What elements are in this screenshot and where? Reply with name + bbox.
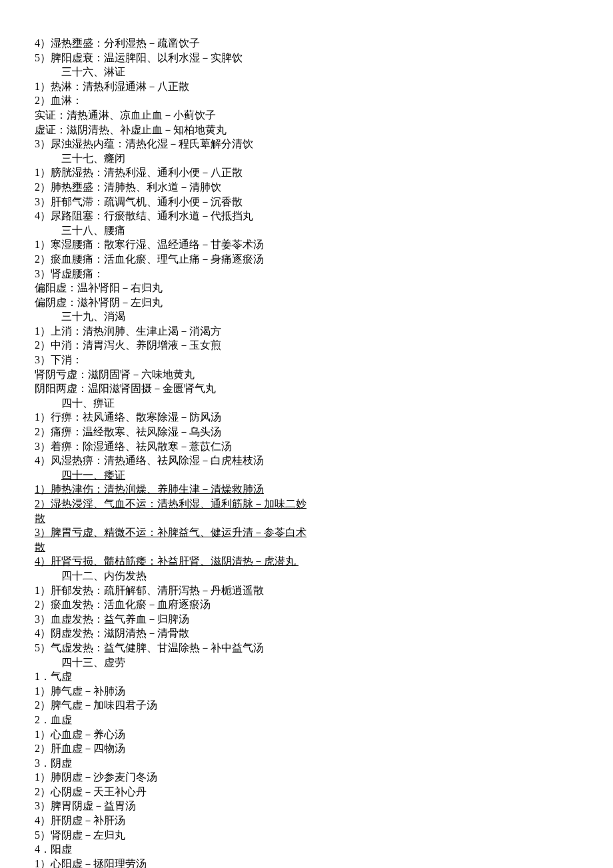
text-line: 三十九、消渴 [35, 309, 573, 324]
text-line: 1）膀胱湿热：清热利湿、通利小便－八正散 [35, 165, 573, 180]
text-line: 4）肝肾亏损、髓枯筋痿：补益肝肾、滋阴清热－虎潜丸 [35, 554, 573, 569]
text-line: 1）肺气虚－补肺汤 [35, 684, 573, 699]
text-line: 4）湿热壅盛：分利湿热－疏凿饮子 [35, 36, 573, 51]
text-line: 5）脾阳虚衰：温运脾阳、以利水湿－实脾饮 [35, 51, 573, 65]
document-page: 4）湿热壅盛：分利湿热－疏凿饮子5）脾阳虚衰：温运脾阳、以利水湿－实脾饮三十六、… [0, 0, 613, 868]
text-line: 1）心血虚－养心汤 [35, 727, 573, 742]
text-line: 3）血虚发热：益气养血－归脾汤 [35, 612, 573, 627]
text-line: 三十八、腰痛 [35, 223, 573, 238]
text-line: 散 [35, 511, 573, 526]
text-line: 3）下消： [35, 353, 573, 367]
text-line: 1）寒湿腰痛：散寒行湿、温经通络－甘姜苓术汤 [35, 237, 573, 252]
text-line: 四十一、痿证 [35, 468, 573, 483]
text-line: 四十、痹证 [35, 396, 573, 411]
text-line: 2）痛痹：温经散寒、祛风除湿－乌头汤 [35, 425, 573, 439]
text-line: 3）脾胃阴虚－益胃汤 [35, 799, 573, 813]
text-line: 1）肺阴虚－沙参麦门冬汤 [35, 770, 573, 785]
text-line: 偏阳虚：温补肾阳－右归丸 [35, 281, 573, 295]
text-line: 偏阴虚：滋补肾阴－左归丸 [35, 295, 573, 310]
text-line: 1．气虚 [35, 669, 573, 684]
text-line: 2）瘀血腰痛：活血化瘀、理气止痛－身痛逐瘀汤 [35, 252, 573, 267]
text-line: 1）肺热津伤：清热润燥、养肺生津－清燥救肺汤 [35, 482, 573, 497]
text-line: 4）肝阴虚－补肝汤 [35, 813, 573, 828]
text-line: 三十七、癃闭 [35, 151, 573, 166]
text-line: 4）尿路阻塞：行瘀散结、通利水道－代抵挡丸 [35, 209, 573, 223]
text-line: 2）中消：清胃泻火、养阴增液－玉女煎 [35, 338, 573, 353]
text-line: 散 [35, 540, 573, 555]
text-line: 4）阴虚发热：滋阴清热－清骨散 [35, 626, 573, 641]
text-line: 3．阴虚 [35, 756, 573, 771]
text-line: 1）心阳虚－拯阳理劳汤 [35, 857, 573, 868]
text-line: 阴阳两虚：温阳滋肾固摄－金匮肾气丸 [35, 381, 573, 396]
text-line: 2）心阴虚－天王补心丹 [35, 785, 573, 799]
text-line: 5）肾阴虚－左归丸 [35, 828, 573, 843]
text-line: 2）脾气虚－加味四君子汤 [35, 698, 573, 713]
text-line: 4）风湿热痹：清热通络、祛风除湿－白虎桂枝汤 [35, 453, 573, 468]
text-line: 2）血淋： [35, 93, 573, 108]
text-line: 1）热淋：清热利湿通淋－八正散 [35, 79, 573, 94]
text-line: 2）湿热浸淫、气血不运：清热利湿、通利筋脉－加味二妙 [35, 497, 573, 511]
text-line: 实证：清热通淋、凉血止血－小蓟饮子 [35, 108, 573, 123]
text-line: 3）着痹：除湿通络、祛风散寒－薏苡仁汤 [35, 439, 573, 454]
text-line: 三十六、淋证 [35, 65, 573, 79]
text-line: 虚证：滋阴清热、补虚止血－知柏地黄丸 [35, 123, 573, 137]
text-line: 2）肺热壅盛：清肺热、利水道－清肺饮 [35, 180, 573, 195]
text-line: 3）脾胃亏虚、精微不运：补脾益气、健运升清－参苓白术 [35, 525, 573, 540]
text-line: 4．阳虚 [35, 842, 573, 857]
text-line: 肾阴亏虚：滋阴固肾－六味地黄丸 [35, 367, 573, 382]
text-line: 3）尿浊湿热内蕴：清热化湿－程氏萆解分清饮 [35, 137, 573, 151]
text-line: 四十三、虚劳 [35, 655, 573, 670]
text-line: 2．血虚 [35, 713, 573, 727]
text-line: 四十二、内伤发热 [35, 569, 573, 583]
text-line: 3）肝郁气滞：疏调气机、通利小便－沉香散 [35, 195, 573, 209]
text-line: 1）肝郁发热：疏肝解郁、清肝泻热－丹栀逍遥散 [35, 583, 573, 598]
text-line: 1）上消：清热润肺、生津止渴－消渴方 [35, 324, 573, 339]
text-line: 3）肾虚腰痛： [35, 267, 573, 281]
text-line: 1）行痹：祛风通络、散寒除湿－防风汤 [35, 410, 573, 425]
text-line: 2）肝血虚－四物汤 [35, 741, 573, 756]
text-line: 5）气虚发热：益气健脾、甘温除热－补中益气汤 [35, 641, 573, 655]
body-text: 4）湿热壅盛：分利湿热－疏凿饮子5）脾阳虚衰：温运脾阳、以利水湿－实脾饮三十六、… [35, 36, 573, 868]
text-line: 2）瘀血发热：活血化瘀－血府逐瘀汤 [35, 597, 573, 612]
